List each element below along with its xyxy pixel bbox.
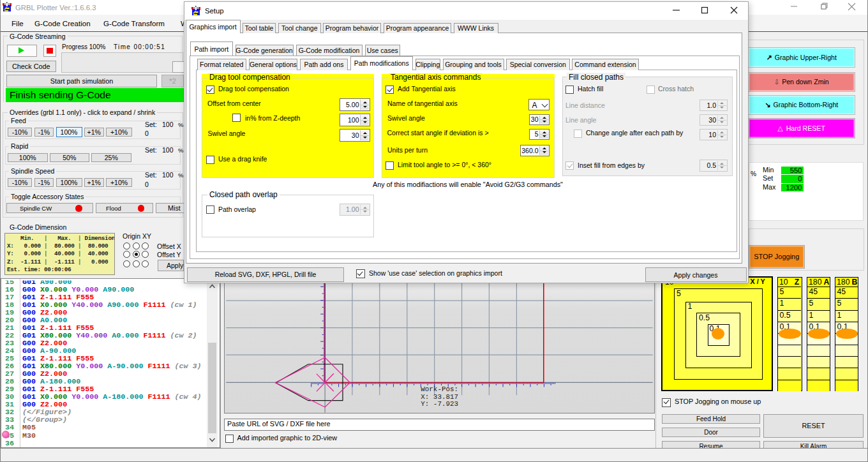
svg-text:Work-Pos:: Work-Pos:: [421, 385, 458, 393]
svg-text:X: 33.817: X: 33.817: [421, 393, 458, 401]
svg-text:Y: -7.923: Y: -7.923: [421, 400, 458, 408]
